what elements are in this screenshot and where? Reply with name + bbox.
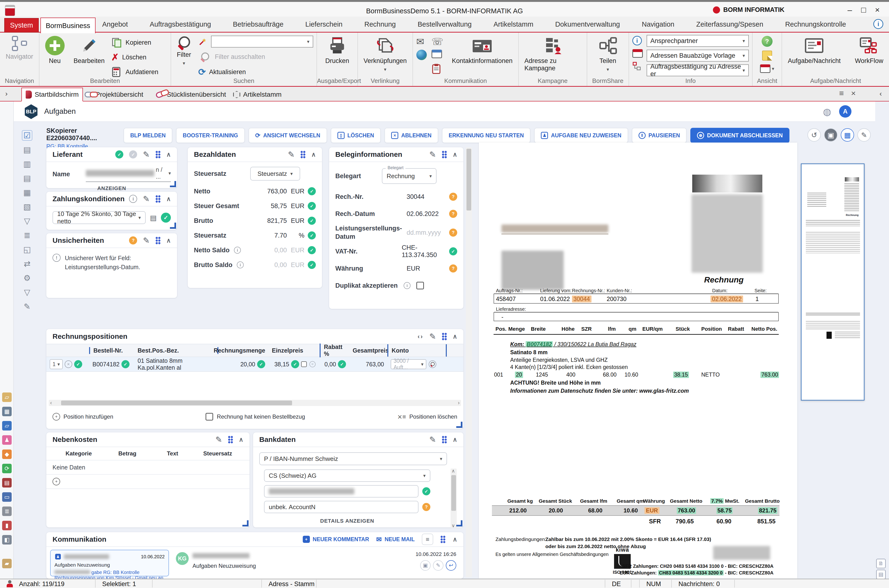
tab-stuecklistenuebersicht[interactable]: Stücklistenübersicht (152, 88, 230, 102)
aktualisieren-button[interactable]: ⟳ Aktualisieren (198, 66, 313, 78)
erkennung-neu-starten-button[interactable]: ERKENNUNG NEU STARTEN (442, 128, 530, 143)
teilen-button[interactable]: Teilen ▾ (590, 35, 625, 73)
clipboard-icon[interactable] (431, 63, 441, 74)
kopieren-button[interactable]: Kopieren (111, 36, 158, 49)
duplikat-checkbox[interactable] (416, 282, 424, 290)
org-red-icon[interactable] (632, 62, 642, 71)
edit-pencil-icon[interactable]: ✎ (143, 236, 150, 245)
funnel-icon[interactable]: ▽ (22, 287, 32, 297)
tab-startbildschirm[interactable]: Startbildschirm (21, 88, 83, 102)
drucken-button[interactable]: Drucken (320, 35, 354, 66)
edit-pencil-icon[interactable]: ✎ (288, 150, 295, 159)
aufdatieren-button[interactable]: Aufdatieren (111, 66, 158, 78)
window-view-icon[interactable] (760, 64, 770, 73)
history-button[interactable]: ↺ (808, 128, 821, 142)
edit-pencil-icon[interactable]: ✎ (429, 150, 436, 159)
filter-button[interactable]: Filter ▾ (174, 35, 194, 67)
list-icon[interactable]: ▤ (150, 214, 156, 222)
page-tool-icon-1[interactable]: 🗎 (876, 559, 886, 568)
konto-search-icon[interactable] (429, 360, 436, 368)
doc2-icon[interactable]: ▥ (22, 159, 32, 169)
edit-msg-button[interactable]: ✎ (433, 560, 443, 571)
details-anzeigen-link[interactable]: DETAILS ANZEIGEN (264, 518, 430, 524)
belegart-combobox[interactable]: Rechnung▾ (382, 168, 437, 184)
list-icon[interactable]: ≣ (22, 230, 32, 240)
chart-icon[interactable]: ▮ (2, 521, 12, 530)
archive-msg-button[interactable]: ▣ (420, 560, 431, 571)
reply-msg-button[interactable]: ↩ (446, 560, 456, 571)
aufgabe-nachricht-button[interactable]: Aufgabe/Nachricht (785, 35, 843, 66)
doc3-icon[interactable]: ▤ (22, 173, 32, 183)
archive-icon[interactable]: ▰ (2, 559, 12, 568)
resize-corner[interactable] (170, 181, 176, 187)
info-icon[interactable]: i (404, 282, 410, 289)
workflow-button[interactable]: WorkFlow (852, 35, 886, 66)
phone-icon[interactable]: ☏ (431, 37, 443, 46)
drag-dots-icon[interactable] (442, 436, 447, 443)
loeschen-button[interactable]: ✗ Löschen (111, 51, 158, 63)
menu-tab-zeiterfassung[interactable]: Zeiterfassung/Spesen (696, 20, 763, 28)
doc4-icon[interactable]: ▦ (22, 187, 32, 198)
diamond-icon[interactable]: ◆ (2, 450, 12, 459)
positionen-data-row[interactable]: 1▾ × ✓ B0074182✓ 01 Satinato 8mm Ka.pol.… (47, 357, 463, 372)
collapse-chevron-icon[interactable]: ∧ (311, 151, 316, 158)
close-button[interactable]: × (871, 5, 884, 15)
menu-tab-artikelstamm[interactable]: Artikelstamm (494, 20, 533, 28)
neu-button[interactable]: Neu (43, 35, 67, 66)
collapse-chevron-icon[interactable]: ∧ (166, 151, 171, 158)
bank-combobox[interactable]: CS (Schweiz) AG▾ (264, 470, 430, 482)
pausieren-button[interactable]: ‖PAUSIEREN (632, 128, 687, 143)
edit-doc-icon[interactable]: ✎ (22, 301, 32, 312)
info-icon[interactable]: i (129, 195, 137, 203)
help-sphere-icon[interactable]: ? (761, 36, 773, 47)
world-icon[interactable]: ◍ (823, 106, 831, 117)
ansprechpartner-combobox[interactable]: Ansprechpartner▾ (647, 35, 749, 47)
note-icon[interactable] (762, 51, 772, 61)
folder-yellow-icon[interactable]: ▱ (2, 393, 12, 402)
adresse-zu-kampagne-button[interactable]: Adresse zu Kampagne (522, 35, 583, 73)
dokument-abschliessen-button[interactable]: ⊕DOKUMENT ABSCHLIESSEN (690, 128, 790, 143)
invoice-thumbnail[interactable]: Rechnung (801, 164, 865, 400)
collapse-chevron-icon[interactable]: ∧ (453, 536, 457, 543)
monitor-icon[interactable] (431, 50, 442, 58)
doc1-icon[interactable]: ▤ (22, 144, 32, 155)
konto-combobox[interactable]: 3000 / Auft...▾ (391, 359, 426, 369)
edit-pencil-icon[interactable]: ✎ (215, 435, 222, 444)
collapse-chevron-icon[interactable]: ∧ (453, 151, 457, 158)
copy-view-button[interactable]: ▣ (824, 128, 838, 142)
menu-tab-lieferschein[interactable]: Lieferschein (305, 20, 342, 28)
iban-field[interactable] (264, 485, 419, 498)
tab-artikelstamm[interactable]: Artikelstamm (229, 88, 285, 102)
booster-training-button[interactable]: BOOSTER-TRAINING (176, 128, 245, 143)
resize-corner[interactable] (456, 520, 463, 526)
account-field[interactable]: unbek. AccountN (264, 501, 419, 513)
filter-ausschalten-button[interactable]: Filter ausschalten (198, 51, 313, 63)
auftragsbestaetigung-combobox[interactable]: Auftragsbestätigung zu Adresse er▾ (647, 64, 749, 76)
date-placeholder[interactable]: dd.mm.yyyy (407, 229, 441, 236)
info-icon[interactable]: i (632, 36, 642, 45)
menu-tab-bormbusiness[interactable]: BormBusiness (41, 18, 96, 33)
position-hinzufuegen-button[interactable]: + Position hinzufügen (53, 413, 113, 420)
clipboard-list-icon[interactable]: ≣ (2, 507, 12, 516)
bankdaten-scrollbar[interactable]: ∧ ∨ (451, 468, 457, 528)
sync-icon[interactable]: ⟳ (2, 464, 12, 473)
user-avatar[interactable]: A (839, 105, 851, 118)
neuer-kommentar-button[interactable]: + NEUER KOMMENTAR (303, 536, 369, 543)
collapse-chevron-icon[interactable]: ∧ (453, 436, 457, 443)
zahlungskonditionen-combobox[interactable]: 10 Tage 2% Skonto, 30 Tage netto▾ (53, 211, 146, 224)
tab-projektuebersicht[interactable]: Projektübersicht (81, 88, 147, 102)
drag-dots-icon[interactable] (155, 195, 161, 202)
help-info-icon[interactable]: i (873, 19, 883, 29)
menu-system[interactable]: System (4, 18, 39, 33)
drag-dots-icon[interactable] (155, 151, 161, 158)
ablehnen-button[interactable]: ×ABLEHNEN (384, 128, 438, 143)
tab-close-icon[interactable]: × (851, 88, 856, 98)
truck-icon[interactable]: ▭ (2, 492, 12, 502)
menu-tab-auftragsbestaetigung[interactable]: Auftragsbestätigung (150, 20, 211, 28)
collapse-chevron-icon[interactable]: ∧ (453, 333, 457, 340)
menu-tab-betriebsauftraege[interactable]: Betriebsaufträge (233, 20, 284, 28)
menu-tab-rechnungskontrolle[interactable]: Rechnungskontrolle (785, 20, 846, 28)
aufgabe-neu-zuweisen-button[interactable]: ♟AUFGABE NEU ZUWEISEN (534, 128, 628, 143)
drag-dots-icon[interactable] (440, 536, 446, 543)
mail-icon[interactable]: ✉ (416, 37, 428, 46)
